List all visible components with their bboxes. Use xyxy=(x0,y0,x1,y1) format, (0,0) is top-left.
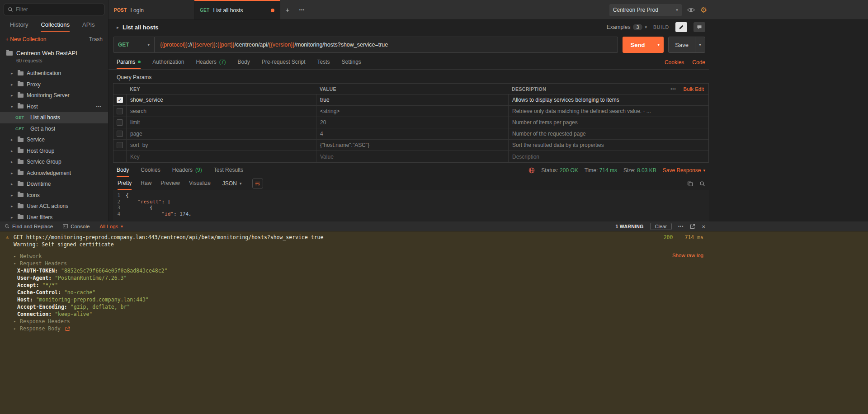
console-section-response-body[interactable]: ▸ Response Body xyxy=(14,325,868,332)
row-checkbox[interactable] xyxy=(117,108,123,114)
settings-button[interactable]: ⚙ xyxy=(700,6,707,14)
save-options-caret[interactable]: ▾ xyxy=(695,37,705,52)
clear-console-button[interactable]: Clear xyxy=(650,223,672,230)
param-value-cell[interactable]: Value xyxy=(316,151,508,162)
log-filter-dropdown[interactable]: All Logs ▾ xyxy=(99,224,123,229)
save-response-button[interactable]: Save Response ▾ xyxy=(663,167,705,174)
close-console-icon[interactable]: × xyxy=(702,223,705,230)
request-section-tab[interactable]: Authorization xyxy=(152,55,184,69)
request-section-tab[interactable]: Tests xyxy=(317,55,330,69)
chevron-icon[interactable]: ▸ xyxy=(11,182,14,186)
method-selector[interactable]: GET ▾ xyxy=(113,37,155,53)
new-collection-button[interactable]: + New Collection xyxy=(5,36,46,42)
request-section-tab[interactable]: Headers (7) xyxy=(196,55,226,69)
bulk-edit-link[interactable]: Bulk Edit xyxy=(684,86,704,92)
response-view-tab[interactable]: Raw xyxy=(141,177,151,190)
chevron-icon[interactable]: ▸ xyxy=(11,149,14,153)
request-tab[interactable]: GET List all hosts xyxy=(194,0,280,19)
console-section-request-headers[interactable]: ▾ Request Headers xyxy=(14,260,868,267)
chevron-icon[interactable]: ▸ xyxy=(11,137,14,142)
sidebar-tree-item[interactable]: ▸ Monitoring Server xyxy=(0,90,108,101)
row-checkbox[interactable] xyxy=(117,131,123,137)
row-checkbox[interactable]: ✓ xyxy=(117,97,123,103)
more-options-icon[interactable]: ••• xyxy=(96,104,102,109)
param-key-cell[interactable]: limit xyxy=(126,117,316,128)
environment-quick-look-button[interactable] xyxy=(687,7,695,13)
chevron-icon[interactable]: ▸ xyxy=(11,215,14,220)
console-tab[interactable]: Console xyxy=(63,224,90,229)
send-label[interactable]: Send xyxy=(623,37,653,53)
comments-button[interactable] xyxy=(693,22,705,32)
param-value-cell[interactable]: 4 xyxy=(316,128,508,139)
chevron-icon[interactable]: ▸ xyxy=(11,82,14,87)
request-tab[interactable]: POST Login xyxy=(108,0,194,19)
collapse-request-icon[interactable]: ▸ xyxy=(117,25,119,30)
console-section-response-headers[interactable]: ▸ Response Headers xyxy=(14,318,868,325)
tab-options-button[interactable]: ••• xyxy=(295,0,309,19)
sidebar-nav-tab[interactable]: APIs xyxy=(82,21,94,32)
sidebar-tree-item[interactable]: ▸ Service Group xyxy=(0,156,108,168)
param-description-cell[interactable]: Allows to display services belonging to … xyxy=(508,94,708,105)
sidebar-tree-item[interactable]: ▸ Acknowledgement xyxy=(0,168,108,179)
sidebar-nav-tab[interactable]: History xyxy=(10,21,28,32)
search-response-icon[interactable] xyxy=(699,181,705,187)
response-section-tab[interactable]: Body xyxy=(117,164,129,177)
sidebar-tree-item[interactable]: ▸ User ACL actions xyxy=(0,201,108,212)
send-button[interactable]: Send ▾ xyxy=(623,37,664,53)
param-description-cell[interactable]: Sort the resulted data by its properties xyxy=(508,140,708,151)
param-key-cell[interactable]: sort_by xyxy=(126,140,316,151)
edit-button[interactable] xyxy=(675,22,687,32)
chevron-icon[interactable]: ▸ xyxy=(11,193,14,198)
format-selector[interactable]: JSON ▾ xyxy=(222,180,242,187)
sidebar-tree-item[interactable]: GET List all hosts xyxy=(0,112,108,123)
sidebar-nav-tab[interactable]: Collections xyxy=(41,21,70,32)
request-section-tab[interactable]: Settings xyxy=(342,55,361,69)
sidebar-tree-item[interactable]: ▸ Icons xyxy=(0,190,108,201)
find-and-replace-button[interactable]: Find and Replace xyxy=(5,224,53,229)
response-section-tab[interactable]: Test Results xyxy=(214,164,243,177)
param-value-cell[interactable]: <string> xyxy=(316,106,508,117)
network-status-icon[interactable] xyxy=(528,167,535,174)
request-section-tab[interactable]: Pre-request Script xyxy=(262,55,306,69)
param-description-cell[interactable]: Number of items per pages xyxy=(508,117,708,128)
sidebar-tree-item[interactable]: ▾ Host ••• xyxy=(0,101,108,113)
param-key-cell[interactable]: search xyxy=(126,106,316,117)
wrap-text-button[interactable] xyxy=(252,179,263,188)
request-section-tab[interactable]: Params xyxy=(117,55,141,69)
show-raw-log-link[interactable]: Show raw log xyxy=(672,253,703,258)
chevron-icon[interactable]: ▸ xyxy=(11,171,14,175)
cookies-link[interactable]: Cookies xyxy=(665,59,684,66)
new-tab-button[interactable]: + xyxy=(280,0,295,19)
console-log-entry[interactable]: ⚠ GET https://monitoring-preprod.company… xyxy=(4,234,868,241)
code-link[interactable]: Code xyxy=(692,59,705,66)
save-label[interactable]: Save xyxy=(669,37,695,52)
filter-input[interactable] xyxy=(16,6,100,13)
sidebar-tree-item[interactable]: ▸ Service xyxy=(0,134,108,146)
trash-button[interactable]: Trash xyxy=(89,36,103,42)
more-options-icon[interactable]: ••• xyxy=(670,87,676,91)
response-section-tab[interactable]: Cookies xyxy=(141,164,160,177)
environment-selector[interactable]: Centreon Pre Prod ▾ xyxy=(609,4,682,16)
sidebar-tree-item[interactable]: ▸ Host Group xyxy=(0,146,108,157)
param-description-cell[interactable]: Number of the requested page xyxy=(508,128,708,139)
response-view-tab[interactable]: Preview xyxy=(160,177,180,190)
console-section-network[interactable]: ▸ Network xyxy=(14,253,868,260)
sidebar-filter[interactable] xyxy=(4,4,104,15)
row-checkbox[interactable] xyxy=(117,119,123,126)
chevron-icon[interactable]: ▸ xyxy=(11,204,14,208)
chevron-icon[interactable]: ▸ xyxy=(11,93,14,98)
save-button[interactable]: Save ▾ xyxy=(668,37,705,53)
param-description-cell[interactable]: Retrieve only data matching the defined … xyxy=(508,106,708,117)
sidebar-tree-item[interactable]: ▸ Authentication xyxy=(0,68,108,79)
chevron-icon[interactable]: ▾ xyxy=(11,104,14,109)
external-link-icon[interactable] xyxy=(65,326,70,331)
url-input[interactable]: {{protocol}}://{{server}}:{{port}}/centr… xyxy=(155,37,618,53)
response-view-tab[interactable]: Visualize xyxy=(189,177,211,190)
param-value-cell[interactable]: 20 xyxy=(316,117,508,128)
collection-root[interactable]: Centreon Web RestAPI 60 requests xyxy=(0,45,108,65)
more-options-icon[interactable]: ••• xyxy=(678,224,684,229)
sidebar-tree-item[interactable]: ▸ User filters xyxy=(0,212,108,222)
param-description-cell[interactable]: Description xyxy=(508,151,708,162)
sidebar-tree-item[interactable]: ▸ Proxy xyxy=(0,79,108,90)
copy-icon[interactable] xyxy=(687,181,693,187)
